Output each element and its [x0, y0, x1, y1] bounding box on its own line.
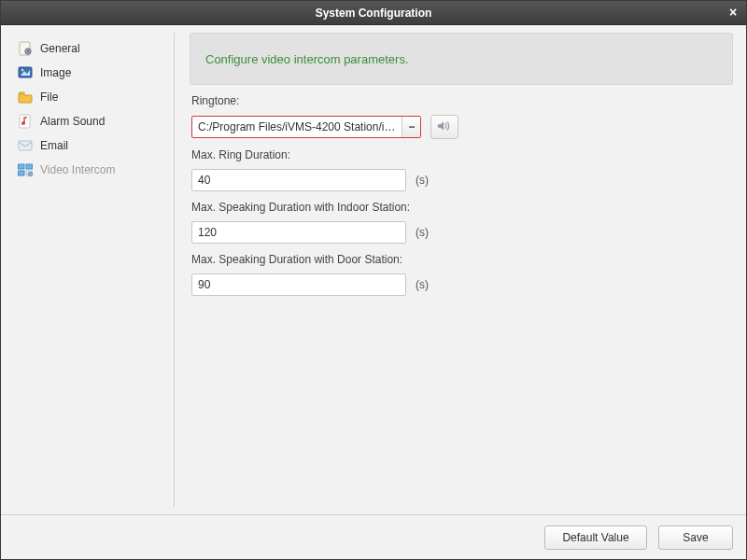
- gear-page-icon: [16, 40, 35, 57]
- max-speak-door-input[interactable]: [191, 273, 406, 296]
- svg-point-5: [21, 69, 23, 71]
- sidebar-item-label: General: [40, 42, 80, 55]
- info-banner: Configure video intercom parameters.: [190, 33, 733, 85]
- unit-label: (s): [416, 226, 429, 239]
- video-intercom-icon: [16, 161, 35, 178]
- svg-rect-12: [26, 164, 33, 169]
- footer: Default Value Save: [1, 514, 746, 559]
- max-ring-label: Max. Ring Duration:: [191, 148, 731, 161]
- video-intercom-form: Ringtone: C:/Program Files/iVMS-4200 Sta…: [184, 94, 739, 296]
- folder-icon: [16, 89, 35, 105]
- speaker-icon: [437, 119, 452, 135]
- sidebar-item-label: Video Intercom: [40, 163, 116, 176]
- content-panel: Configure video intercom parameters. Rin…: [175, 33, 739, 507]
- sidebar-item-email[interactable]: Email: [8, 133, 174, 158]
- close-icon[interactable]: ×: [726, 5, 740, 20]
- sidebar: General Image File Alarm Sound: [8, 33, 175, 507]
- unit-label: (s): [416, 174, 429, 187]
- ringtone-path-text: C:/Program Files/iVMS-4200 Station/iVMS…: [192, 120, 402, 133]
- browse-button[interactable]: ···: [402, 117, 420, 137]
- titlebar: System Configuration ×: [1, 1, 746, 25]
- image-icon: [16, 64, 35, 81]
- max-speak-indoor-label: Max. Speaking Duration with Indoor Stati…: [191, 201, 731, 214]
- svg-rect-9: [19, 141, 32, 150]
- ringtone-label: Ringtone:: [191, 94, 731, 107]
- sidebar-item-video-intercom[interactable]: Video Intercom: [8, 158, 174, 182]
- svg-marker-15: [438, 121, 444, 130]
- alarm-sound-icon: [16, 113, 35, 130]
- save-button[interactable]: Save: [658, 525, 733, 550]
- max-speak-indoor-input[interactable]: [191, 221, 406, 244]
- svg-rect-10: [19, 164, 25, 169]
- default-value-button[interactable]: Default Value: [544, 525, 647, 550]
- play-ringtone-button[interactable]: [430, 115, 458, 139]
- sidebar-item-alarm-sound[interactable]: Alarm Sound: [8, 109, 174, 133]
- svg-rect-6: [20, 92, 24, 94]
- system-configuration-window: System Configuration × General Image: [0, 0, 747, 560]
- ringtone-path-field[interactable]: C:/Program Files/iVMS-4200 Station/iVMS……: [191, 116, 421, 138]
- max-ring-input[interactable]: [191, 169, 406, 191]
- sidebar-item-label: File: [40, 91, 58, 104]
- window-body: General Image File Alarm Sound: [1, 25, 746, 514]
- sidebar-item-label: Email: [40, 139, 68, 152]
- unit-label: (s): [416, 278, 429, 291]
- banner-text: Configure video intercom parameters.: [205, 52, 409, 66]
- svg-point-14: [28, 172, 32, 175]
- sidebar-item-label: Image: [40, 66, 71, 79]
- sidebar-item-general[interactable]: General: [8, 36, 174, 61]
- sidebar-item-file[interactable]: File: [8, 85, 174, 109]
- svg-rect-11: [19, 171, 25, 175]
- email-icon: [16, 137, 35, 154]
- max-speak-door-label: Max. Speaking Duration with Door Station…: [191, 253, 731, 266]
- svg-point-2: [27, 50, 29, 52]
- sidebar-item-image[interactable]: Image: [8, 61, 174, 85]
- window-title: System Configuration: [316, 7, 432, 20]
- sidebar-item-label: Alarm Sound: [40, 115, 105, 128]
